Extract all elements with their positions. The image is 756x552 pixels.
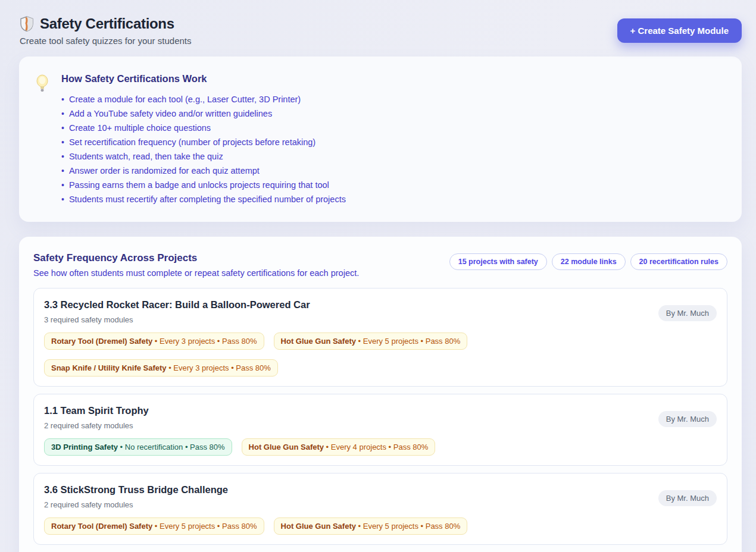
how-it-works-bullet: •Add a YouTube safety video and/or writt… xyxy=(61,106,346,121)
safety-frequency-header: Safety Frequency Across Projects See how… xyxy=(33,252,727,278)
bullet-dot-icon: • xyxy=(61,121,64,135)
project-card-main: 3.6 StickStrong Truss Bridge Challenge 2… xyxy=(44,483,649,535)
module-badge-name: Hot Glue Gun Safety xyxy=(281,522,356,531)
bullet-text: Students watch, read, then take the quiz xyxy=(69,149,223,164)
how-it-works-bullet: •Students must recertify after completin… xyxy=(61,192,346,206)
project-card: 3.6 StickStrong Truss Bridge Challenge 2… xyxy=(33,473,727,545)
page-header: Safety Certifications Create tool safety… xyxy=(19,15,742,46)
module-badge: 3D Printing Safety • No recertification … xyxy=(44,438,232,456)
project-modules-count: 2 required safety modules xyxy=(44,500,649,510)
stat-pill: 15 projects with safety xyxy=(449,253,547,270)
bullet-dot-icon: • xyxy=(61,92,64,106)
project-card: 3.3 Recycled Rocket Racer: Build a Ballo… xyxy=(33,288,727,387)
stat-pill: 20 recertification rules xyxy=(630,253,727,270)
how-it-works-bullet: •Answer order is randomized for each qui… xyxy=(61,164,346,178)
how-it-works-bullet: •Passing earns them a badge and unlocks … xyxy=(61,178,346,192)
bullet-text: Set recertification frequency (number of… xyxy=(69,135,315,149)
bullet-text: Passing earns them a badge and unlocks p… xyxy=(69,178,329,192)
module-badge-row: Rotary Tool (Dremel) Safety • Every 5 pr… xyxy=(44,518,649,535)
how-it-works-title: How Safety Certifications Work xyxy=(61,73,346,84)
module-badge-detail: • Every 3 projects • Pass 80% xyxy=(152,337,257,346)
safety-certifications-page: Safety Certifications Create tool safety… xyxy=(0,0,756,552)
module-badge-name: Rotary Tool (Dremel) Safety xyxy=(51,522,152,531)
project-card-main: 1.1 Team Spirit Trophy 2 required safety… xyxy=(44,404,649,456)
module-badge-row: Rotary Tool (Dremel) Safety • Every 3 pr… xyxy=(44,333,649,377)
project-modules-count: 3 required safety modules xyxy=(44,315,649,325)
project-author-badge: By Mr. Much xyxy=(658,305,717,321)
project-author-badge: By Mr. Much xyxy=(658,490,717,506)
bullet-text: Create 10+ multiple choice questions xyxy=(69,121,211,135)
how-it-works-bullet: •Create 10+ multiple choice questions xyxy=(61,121,346,135)
module-badge: Hot Glue Gun Safety • Every 5 projects •… xyxy=(274,518,468,535)
module-badge-detail: • Every 5 projects • Pass 80% xyxy=(356,337,460,346)
bullet-dot-icon: • xyxy=(61,135,64,149)
bullet-text: Students must recertify after completing… xyxy=(69,192,346,206)
bullet-text: Answer order is randomized for each quiz… xyxy=(69,164,260,178)
how-it-works-bullet: •Create a module for each tool (e.g., La… xyxy=(61,92,346,106)
how-it-works-card: How Safety Certifications Work •Create a… xyxy=(19,57,742,222)
bullet-dot-icon: • xyxy=(61,164,64,178)
project-card: 1.1 Team Spirit Trophy 2 required safety… xyxy=(33,394,727,466)
module-badge-name: Hot Glue Gun Safety xyxy=(281,337,356,346)
project-title: 3.6 StickStrong Truss Bridge Challenge xyxy=(44,483,649,496)
module-badge-name: Hot Glue Gun Safety xyxy=(249,443,324,451)
how-it-works-content: How Safety Certifications Work •Create a… xyxy=(61,71,346,206)
project-title: 3.3 Recycled Rocket Racer: Build a Ballo… xyxy=(44,298,649,311)
bullet-dot-icon: • xyxy=(61,106,64,121)
bullet-dot-icon: • xyxy=(61,178,64,192)
module-badge-name: Rotary Tool (Dremel) Safety xyxy=(51,337,152,346)
module-badge-row: 3D Printing Safety • No recertification … xyxy=(44,438,649,456)
module-badge: Rotary Tool (Dremel) Safety • Every 3 pr… xyxy=(44,333,264,350)
project-modules-count: 2 required safety modules xyxy=(44,421,649,431)
module-badge-detail: • Every 5 projects • Pass 80% xyxy=(356,522,460,531)
module-badge: Rotary Tool (Dremel) Safety • Every 5 pr… xyxy=(44,518,264,535)
bullet-dot-icon: • xyxy=(61,149,64,164)
how-it-works-bullet-list: •Create a module for each tool (e.g., La… xyxy=(61,92,346,206)
project-title: 1.1 Team Spirit Trophy xyxy=(44,404,649,417)
create-safety-module-button[interactable]: + Create Safety Module xyxy=(617,18,742,43)
safety-frequency-section: Safety Frequency Across Projects See how… xyxy=(19,237,742,552)
bullet-dot-icon: • xyxy=(61,192,64,206)
module-badge-name: 3D Printing Safety xyxy=(51,443,118,451)
module-badge-detail: • Every 5 projects • Pass 80% xyxy=(152,522,257,531)
bullet-text: Create a module for each tool (e.g., Las… xyxy=(69,92,301,106)
stat-pill: 22 module links xyxy=(552,253,626,270)
stat-pill-row: 15 projects with safety22 module links20… xyxy=(449,253,727,270)
project-list: 3.3 Recycled Rocket Racer: Build a Ballo… xyxy=(33,288,727,552)
safety-frequency-subtitle: See how often students must complete or … xyxy=(33,268,359,278)
module-badge-name: Snap Knife / Utility Knife Safety xyxy=(51,363,167,372)
lightbulb-icon xyxy=(36,74,49,93)
module-badge-detail: • Every 4 projects • Pass 80% xyxy=(324,443,428,451)
how-it-works-bullet: •Students watch, read, then take the qui… xyxy=(61,149,346,164)
how-it-works-bullet: •Set recertification frequency (number o… xyxy=(61,135,346,149)
page-subtitle: Create tool safety quizzes for your stud… xyxy=(20,36,191,46)
project-author-badge: By Mr. Much xyxy=(658,411,717,427)
safety-frequency-titles: Safety Frequency Across Projects See how… xyxy=(33,252,359,278)
page-header-titles: Safety Certifications Create tool safety… xyxy=(20,15,191,46)
safety-frequency-title: Safety Frequency Across Projects xyxy=(33,252,359,264)
module-badge: Hot Glue Gun Safety • Every 4 projects •… xyxy=(242,438,436,456)
module-badge: Snap Knife / Utility Knife Safety • Ever… xyxy=(44,359,278,377)
module-badge-detail: • Every 3 projects • Pass 80% xyxy=(167,363,271,372)
page-title: Safety Certifications xyxy=(40,15,174,32)
bullet-text: Add a YouTube safety video and/or writte… xyxy=(69,106,272,121)
module-badge-detail: • No recertification • Pass 80% xyxy=(118,443,225,451)
shield-icon xyxy=(20,16,34,32)
project-card-main: 3.3 Recycled Rocket Racer: Build a Ballo… xyxy=(44,298,649,377)
module-badge: Hot Glue Gun Safety • Every 5 projects •… xyxy=(274,333,468,350)
